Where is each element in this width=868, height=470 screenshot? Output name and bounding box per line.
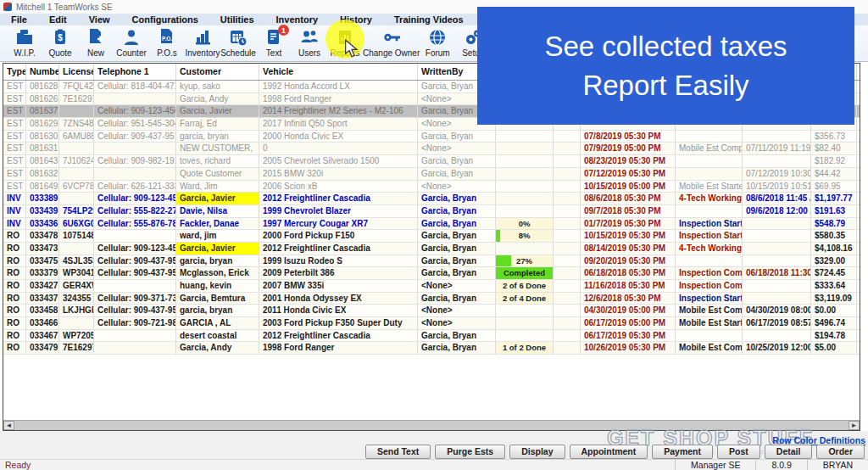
cell-promised: 04/30/2019 05:00 PM xyxy=(581,305,676,316)
appointment-button[interactable]: Appointment xyxy=(570,445,648,459)
cell-vehicle: 2011 Honda Civic EX xyxy=(259,305,418,316)
cell-license: 7FQL425 xyxy=(59,81,94,92)
toolbar-change-owner-button[interactable]: Change Owner xyxy=(363,25,420,61)
table-row[interactable]: RO0334797E16297Garcia, Andy1998 Ford Ran… xyxy=(3,342,860,355)
cell-license: 4SJL353 xyxy=(59,255,94,267)
cell-hat xyxy=(554,143,581,154)
cell-customer: NEW CUSTOMER, xyxy=(176,143,259,154)
toolbar-users-button[interactable]: Users xyxy=(292,25,327,61)
app-icon xyxy=(3,3,12,11)
cell-telephone: Cellular: 626-121-3333 xyxy=(94,181,176,193)
cell-vehicle: 1992 Honda Accord LX xyxy=(259,81,418,92)
scroll-left-arrow-icon[interactable]: ◄ xyxy=(3,421,14,430)
toolbar-schedule-button[interactable]: Schedule xyxy=(220,25,256,61)
cell-progress: 1 of 2 Done xyxy=(496,342,554,354)
table-row[interactable]: EST081632Quote Customer2015 BMW 320iGarc… xyxy=(3,168,860,181)
column-header-vehicle[interactable]: Vehicle xyxy=(259,64,418,80)
table-row[interactable]: EST0816306AMU886Cellular: 909-437-9514ga… xyxy=(3,131,860,143)
cell-license: 6VCP783 xyxy=(59,181,94,193)
cell-vehicle: 2001 Honda Odyssey EX xyxy=(259,293,418,305)
cell-hat xyxy=(554,280,581,292)
cell-appointment xyxy=(743,255,811,267)
cell-promised: 09/20/2019 05:30 PM xyxy=(581,255,676,267)
cell-progress: 8% xyxy=(496,230,554,242)
send-text-button[interactable]: Send Text xyxy=(365,445,431,459)
cell-progress: 0% xyxy=(496,218,554,230)
cell-type: RO xyxy=(3,342,26,354)
cell-written-by: <None> xyxy=(418,305,496,316)
cell-license xyxy=(59,243,94,255)
column-header-customer[interactable]: Customer xyxy=(176,64,259,80)
cell-appointment: 07/12/2019 10:30 AM ... xyxy=(743,168,811,180)
menu-item-configurations[interactable]: Configurations xyxy=(121,14,209,25)
toolbar-inventory-button[interactable]: Inventory xyxy=(185,25,220,61)
toolbar-reports-button[interactable]: Reports xyxy=(327,25,363,61)
cell-number: 033467 xyxy=(26,330,59,342)
column-header-number[interactable]: Number xyxy=(26,64,59,80)
cell-hat xyxy=(554,155,581,167)
toolbar-new-button[interactable]: New xyxy=(78,25,114,61)
table-row[interactable]: RO0334781075148ward, jim2000 Ford Pickup… xyxy=(3,230,860,243)
payment-button[interactable]: Payment xyxy=(652,445,713,459)
toolbar-counter-button[interactable]: Counter xyxy=(114,25,149,61)
cell-progress xyxy=(496,243,554,255)
toolbar-w-i-p-button[interactable]: W.I.P. xyxy=(7,25,42,61)
cell-promised: 09/7/2018 05:30 PM xyxy=(581,205,676,217)
cell-customer: Garcia, Andy xyxy=(176,342,259,354)
detail-button[interactable]: Detail xyxy=(765,445,813,459)
cell-telephone: Cellular: 951-545-3044 xyxy=(94,118,176,130)
post-button[interactable]: Post xyxy=(717,445,760,459)
cell-amount: $191.63 xyxy=(811,205,857,217)
menu-item-edit[interactable]: Edit xyxy=(38,14,78,25)
table-row[interactable]: RO033473Cellular: 909-123-4567Garcia, Ja… xyxy=(3,243,860,255)
column-header-telephone-1[interactable]: Telephone 1 xyxy=(94,64,176,80)
menu-item-inventory[interactable]: Inventory xyxy=(265,14,330,25)
cell-vehicle: 1998 Ford Ranger xyxy=(259,93,418,105)
menu-item-file[interactable]: File xyxy=(0,14,38,25)
cell-appointment: 09/6/2018 12:00 AM (... xyxy=(743,205,811,217)
cell-license xyxy=(59,105,94,117)
display-button[interactable]: Display xyxy=(509,445,565,459)
table-row[interactable]: INV0334366U6XG04Cellular: 555-876-7892Fa… xyxy=(3,218,860,231)
svg-text:P.O.: P.O. xyxy=(162,36,172,42)
cell-telephone: Cellular: 555-822-2703 xyxy=(94,205,176,217)
purge-ests-button[interactable]: Purge Ests xyxy=(435,445,505,459)
table-row[interactable]: RO033458LKJHGFCellular: 909-437-9514garc… xyxy=(3,305,860,317)
table-row[interactable]: INV033439754LP29Cellular: 555-822-2703Da… xyxy=(3,205,860,218)
cell-appointment: 08/6/2018 11:45 AM (5... xyxy=(743,193,811,204)
table-row[interactable]: EST0816496VCP783Cellular: 626-121-3333Wa… xyxy=(3,181,860,193)
menu-item-training-videos[interactable]: Training Videos xyxy=(383,14,475,25)
table-row[interactable]: EST081631NEW CUSTOMER,0<None>07/9/2019 0… xyxy=(3,143,860,155)
toolbar-forum-button[interactable]: Forum xyxy=(420,25,455,61)
order-button[interactable]: Order xyxy=(816,445,865,459)
notification-badge: 1 xyxy=(278,25,289,36)
cell-hat xyxy=(554,317,581,329)
column-header-license[interactable]: License xyxy=(59,64,94,80)
cell-promised: 10/15/2019 05:00 PM xyxy=(581,181,676,193)
cell-license: LKJHGF xyxy=(59,305,94,316)
users-icon xyxy=(299,27,320,48)
table-row[interactable]: RO033466Cellular: 909-721-9858GARCIA , A… xyxy=(3,317,860,330)
table-row[interactable]: RO033427GER4XWMhuang, kevin2007 BMW 335i… xyxy=(3,280,860,293)
table-row[interactable]: RO033437324355Cellular: 909-371-7340Garc… xyxy=(3,293,860,305)
toolbar-p-o-s-button[interactable]: P.O.P.O.s xyxy=(149,25,185,61)
cell-written-by: Garcia, Bryan xyxy=(418,230,496,242)
cell-promised: 08/14/2019 05:30 PM xyxy=(581,243,676,255)
menu-item-utilities[interactable]: Utilities xyxy=(209,14,265,25)
cell-progress xyxy=(496,205,554,217)
toolbar-text-button[interactable]: 1Text xyxy=(256,25,292,61)
column-header-type[interactable]: Type xyxy=(3,64,26,80)
table-row[interactable]: RO033379WP30417Cellular: 909-437-9514Mcg… xyxy=(3,267,860,280)
menu-item-view[interactable]: View xyxy=(78,14,121,25)
table-row[interactable]: RO033467WP7205desert coastal2012 Freight… xyxy=(3,330,860,343)
cell-appointment xyxy=(743,243,811,255)
cell-hat xyxy=(554,205,581,217)
table-row[interactable]: INV033389Cellular: 909-123-4567Garcia, J… xyxy=(3,193,860,205)
cell-hat xyxy=(554,218,581,230)
toolbar-quote-button[interactable]: $Quote xyxy=(42,25,78,61)
cell-telephone: Cellular: 555-876-7892 xyxy=(94,218,176,230)
cell-customer: kyup, sako xyxy=(176,81,259,92)
table-row[interactable]: EST0816437J10624Cellular: 909-982-1919to… xyxy=(3,155,860,168)
table-row[interactable]: RO0334754SJL353Cellular: 909-437-9514gar… xyxy=(3,255,860,268)
cell-license: 7E16297 xyxy=(59,342,94,354)
